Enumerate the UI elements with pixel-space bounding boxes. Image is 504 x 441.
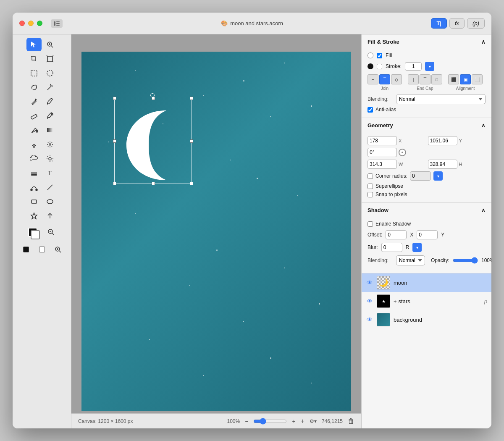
main-canvas[interactable]: [81, 52, 351, 411]
canvas-area[interactable]: Canvas: 1200 × 1600 px 100% − + + ⚙▾ 746…: [71, 34, 361, 428]
effects-tool[interactable]: [42, 138, 58, 151]
endcap-square-btn[interactable]: □: [431, 74, 442, 84]
align-left-btn[interactable]: ⬛: [448, 74, 459, 84]
blur-dropdown[interactable]: ▾: [412, 243, 422, 252]
x-input[interactable]: [368, 136, 397, 145]
magic-wand-tool[interactable]: [42, 81, 58, 94]
selection-handle-ml[interactable]: [113, 139, 116, 143]
snap-pixels-checkbox[interactable]: [368, 192, 373, 197]
offset-x-input[interactable]: [386, 230, 407, 239]
layer-visibility-stars[interactable]: 👁: [366, 297, 373, 305]
enable-shadow-checkbox[interactable]: [368, 221, 373, 227]
height-input[interactable]: [428, 160, 457, 169]
superellipse-checkbox[interactable]: [368, 184, 373, 189]
y-input[interactable]: [428, 136, 457, 145]
sidebar-toggle-button[interactable]: [51, 19, 63, 28]
shadow-blending-select[interactable]: Normal Multiply: [396, 255, 425, 265]
gear-icon[interactable]: ⚙▾: [310, 418, 317, 424]
blur-input[interactable]: [381, 243, 402, 252]
rotation-handle[interactable]: [150, 93, 155, 97]
selection-handle-bl[interactable]: [113, 182, 116, 185]
select-tool[interactable]: [26, 38, 42, 51]
rotation-indicator[interactable]: [399, 149, 406, 156]
crop-tool[interactable]: [26, 52, 42, 66]
eraser-tool[interactable]: [26, 109, 42, 123]
close-button[interactable]: [19, 21, 25, 26]
join-bevel-btn[interactable]: ◇: [391, 74, 402, 84]
p-tool-button[interactable]: (p): [467, 18, 485, 29]
trash-icon[interactable]: 🗑: [348, 417, 354, 425]
stroke-width-input[interactable]: [405, 62, 422, 71]
zoom-tool[interactable]: [42, 38, 58, 51]
corner-radius-checkbox[interactable]: [368, 173, 373, 179]
minimize-button[interactable]: [28, 21, 34, 26]
cloud-tool[interactable]: [26, 152, 42, 165]
star-tool[interactable]: [26, 209, 42, 223]
endcap-round-btn[interactable]: ⌒: [420, 74, 430, 84]
endcap-butt-btn[interactable]: |: [408, 74, 419, 84]
line-tool[interactable]: [42, 181, 58, 194]
zoom-out-icon[interactable]: −: [245, 418, 248, 425]
zoom-in-icon[interactable]: +: [292, 418, 295, 425]
selection-ellipse-tool[interactable]: [42, 66, 58, 80]
transform-tool[interactable]: [42, 52, 58, 66]
paint-brush-tool[interactable]: [42, 95, 58, 108]
sun-tool[interactable]: [42, 152, 58, 165]
geometry-header[interactable]: Geometry ∧: [362, 118, 491, 133]
fullscreen-button[interactable]: [37, 21, 42, 26]
selection-handle-tl[interactable]: [113, 97, 116, 100]
layer-visibility-background[interactable]: 👁: [366, 316, 373, 323]
text-tool-button[interactable]: T|: [431, 18, 447, 29]
gradient-tool[interactable]: [42, 123, 58, 137]
antialias-checkbox[interactable]: [368, 107, 373, 113]
blending-select[interactable]: Normal Multiply Screen: [396, 94, 486, 104]
offset-y-input[interactable]: [417, 230, 438, 239]
stroke-color-dot[interactable]: [368, 63, 373, 69]
layer-item-moon[interactable]: 👁 🌙 moon: [362, 273, 491, 292]
zoom-slider[interactable]: [253, 418, 287, 425]
star-decoration: [230, 160, 231, 160]
align-center-btn[interactable]: ▣: [460, 74, 471, 84]
selection-handle-mr[interactable]: [190, 139, 193, 143]
stroke-checkbox[interactable]: [377, 64, 382, 69]
fill-radio[interactable]: [368, 52, 373, 58]
smudge-tool[interactable]: [26, 138, 42, 151]
width-input[interactable]: [368, 160, 397, 169]
color-picker-primary[interactable]: [26, 225, 42, 242]
selection-rect-tool[interactable]: [26, 66, 42, 80]
gradient-fill-tool[interactable]: [26, 166, 42, 180]
fg-color[interactable]: [18, 243, 34, 256]
selection-handle-br[interactable]: [190, 182, 193, 185]
fill-stroke-header[interactable]: Fill & Stroke ∧: [362, 34, 491, 49]
selection-box[interactable]: [114, 98, 192, 184]
arrow-tool[interactable]: [42, 209, 58, 223]
bezier-tool[interactable]: [26, 181, 42, 194]
join-miter-btn[interactable]: ⌐: [368, 74, 378, 84]
opacity-slider[interactable]: [453, 257, 478, 264]
pen-tool[interactable]: [26, 95, 42, 108]
eyedropper-tool[interactable]: [50, 243, 66, 256]
zoom-magnify-tool[interactable]: [43, 225, 58, 239]
corner-radius-dropdown[interactable]: ▾: [433, 171, 443, 181]
shadow-header[interactable]: Shadow ∧: [362, 203, 491, 218]
align-right-btn[interactable]: ⬜: [472, 74, 483, 84]
fill-tool[interactable]: [26, 123, 42, 137]
layer-item-stars[interactable]: 👁 ★ + stars p: [362, 292, 491, 310]
stroke-dropdown-btn[interactable]: ▾: [425, 62, 434, 71]
join-round-btn[interactable]: ⌒: [379, 74, 390, 84]
bg-color[interactable]: [34, 243, 50, 256]
layer-visibility-moon[interactable]: 👁: [366, 279, 373, 286]
text-tool[interactable]: T: [42, 166, 58, 180]
lasso-tool[interactable]: [26, 81, 42, 94]
rotation-input[interactable]: [368, 148, 397, 157]
fill-checkbox[interactable]: [377, 53, 382, 58]
corner-radius-input[interactable]: [410, 171, 431, 181]
selection-handle-bm[interactable]: [152, 182, 155, 185]
magic-eraser-tool[interactable]: [42, 109, 58, 123]
ellipse-tool[interactable]: [42, 195, 58, 208]
layer-item-background[interactable]: 👁 background: [362, 310, 491, 329]
selection-handle-tr[interactable]: [190, 97, 193, 100]
rectangle-tool[interactable]: [26, 195, 42, 208]
fx-tool-button[interactable]: fx: [449, 18, 465, 29]
add-layer-status[interactable]: +: [301, 417, 304, 425]
